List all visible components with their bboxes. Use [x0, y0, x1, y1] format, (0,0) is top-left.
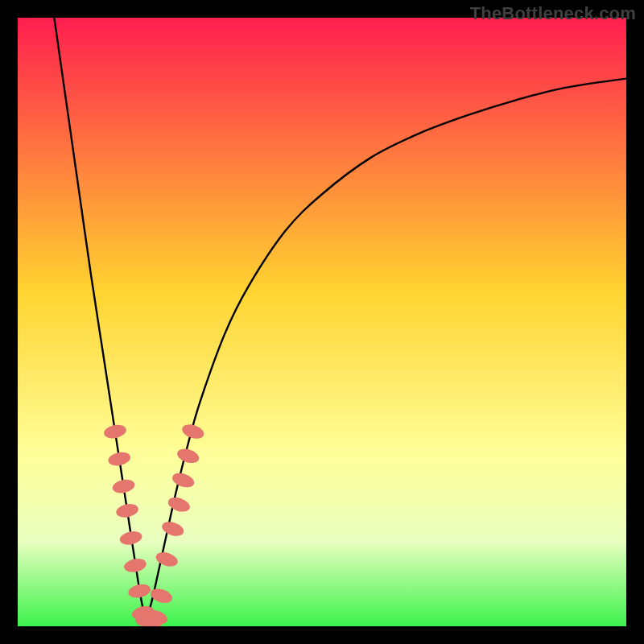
plot-area: [18, 18, 626, 626]
gradient-background: [18, 18, 626, 626]
bottleneck-curve-chart: [18, 18, 626, 626]
attribution-text: TheBottleneck.com: [470, 3, 636, 24]
chart-frame: TheBottleneck.com: [0, 0, 644, 644]
